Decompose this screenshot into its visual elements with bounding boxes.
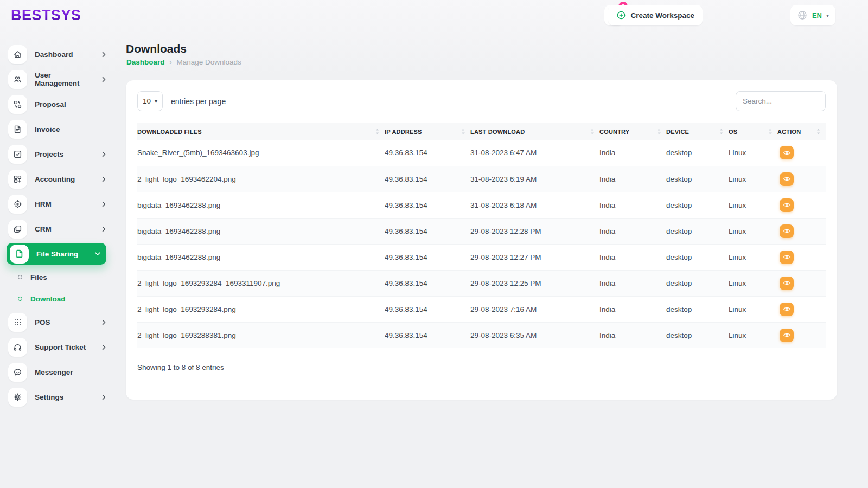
cell-country: India — [599, 140, 666, 166]
sidebar-item-dashboard[interactable]: Dashboard — [0, 42, 114, 67]
cell-last-download: 29-08-2023 6:35 AM — [470, 322, 599, 348]
sort-icon[interactable] — [719, 129, 723, 134]
table-footer-status: Showing 1 to 8 of 8 entries — [137, 363, 826, 371]
chevron-right-icon — [102, 226, 106, 232]
chevron-right-icon — [102, 319, 106, 325]
projects-icon — [8, 145, 27, 164]
sidebar-item-messenger[interactable]: Messenger — [0, 359, 114, 384]
breadcrumb-separator: › — [170, 59, 172, 66]
cell-os: Linux — [729, 322, 777, 348]
table-header-row: DOWNLOADED FILESIP ADDRESSLAST DOWNLOADC… — [137, 123, 826, 140]
cell-device: desktop — [666, 322, 729, 348]
column-header-label: COUNTRY — [599, 129, 629, 135]
sidebar-item-accounting[interactable]: Accounting — [0, 166, 114, 191]
sidebar-item-download[interactable]: Download — [0, 288, 114, 310]
hrm-icon — [8, 195, 27, 214]
sidebar-item-user-management[interactable]: User Management — [0, 67, 114, 92]
bullet-icon — [18, 297, 22, 301]
entries-per-page-value: 10 — [143, 97, 151, 105]
cell-last-download: 29-08-2023 7:16 AM — [470, 296, 599, 322]
sort-icon[interactable] — [768, 129, 772, 134]
column-header-device[interactable]: DEVICE — [666, 123, 729, 140]
column-header-label: DEVICE — [666, 129, 689, 135]
chevron-right-icon — [102, 76, 106, 82]
cell-country: India — [599, 322, 666, 348]
table-row: 2_light_logo_1693288381.png49.36.83.1542… — [137, 322, 826, 348]
sort-icon[interactable] — [657, 129, 661, 134]
cell-country: India — [599, 270, 666, 296]
view-button[interactable] — [780, 329, 794, 342]
file-icon — [10, 245, 29, 264]
table-row: bigdata_1693462288.png49.36.83.15429-08-… — [137, 218, 826, 244]
sidebar-item-pos[interactable]: POS — [0, 310, 114, 335]
sidebar-item-label: Proposal — [35, 100, 66, 108]
cell-downloaded-file: 2_light_logo_1693293284_1693311907.png — [137, 270, 385, 296]
cell-country: India — [599, 296, 666, 322]
chevron-down-icon — [95, 252, 101, 256]
column-header-last-download[interactable]: LAST DOWNLOAD — [470, 123, 599, 140]
column-header-downloaded-files[interactable]: DOWNLOADED FILES — [137, 123, 385, 140]
chevron-right-icon — [102, 201, 106, 207]
cell-os: Linux — [729, 140, 777, 166]
users-icon — [8, 70, 27, 89]
sort-icon[interactable] — [461, 129, 465, 134]
cell-downloaded-file: 2_light_logo_1693288381.png — [137, 322, 385, 348]
cell-device: desktop — [666, 192, 729, 218]
sidebar-item-label: CRM — [35, 225, 52, 233]
view-button[interactable] — [780, 198, 794, 212]
sidebar-item-files[interactable]: Files — [0, 266, 114, 288]
cell-last-download: 31-08-2023 6:18 AM — [470, 192, 599, 218]
sidebar-item-proposal[interactable]: Proposal — [0, 92, 114, 117]
search-input[interactable] — [736, 91, 826, 111]
sidebar-item-settings[interactable]: Settings — [0, 384, 114, 409]
create-workspace-button[interactable]: Create Workspace — [608, 5, 703, 25]
cell-last-download: 29-08-2023 12:25 PM — [470, 270, 599, 296]
cell-os: Linux — [729, 270, 777, 296]
column-header-label: DOWNLOADED FILES — [137, 129, 202, 135]
cell-os: Linux — [729, 192, 777, 218]
sort-icon[interactable] — [816, 129, 820, 134]
column-header-os[interactable]: OS — [729, 123, 777, 140]
view-button[interactable] — [780, 224, 794, 238]
view-button[interactable] — [780, 303, 794, 316]
sort-icon[interactable] — [375, 129, 379, 134]
chevron-down-icon: ▾ — [155, 98, 157, 104]
sidebar-item-support-ticket[interactable]: Support Ticket — [0, 335, 114, 359]
cell-ip-address: 49.36.83.154 — [385, 192, 470, 218]
sidebar-item-projects[interactable]: Projects — [0, 142, 114, 166]
home-icon — [8, 45, 27, 64]
eye-icon — [783, 202, 791, 208]
sidebar-item-file-sharing[interactable]: File Sharing — [7, 243, 106, 265]
eye-icon — [783, 306, 791, 312]
cell-action — [777, 322, 826, 348]
view-button[interactable] — [780, 251, 794, 264]
column-header-ip-address[interactable]: IP ADDRESS — [385, 123, 470, 140]
column-header-label: LAST DOWNLOAD — [470, 129, 525, 135]
sort-icon[interactable] — [590, 129, 594, 134]
sidebar-item-crm[interactable]: CRM — [0, 216, 114, 241]
column-header-country[interactable]: COUNTRY — [599, 123, 666, 140]
table-row: bigdata_1693462288.png49.36.83.15431-08-… — [137, 192, 826, 218]
breadcrumb-dashboard-link[interactable]: Dashboard — [126, 58, 165, 66]
create-workspace-label: Create Workspace — [630, 11, 694, 20]
sidebar-item-hrm[interactable]: HRM — [0, 191, 114, 216]
cell-ip-address: 49.36.83.154 — [385, 218, 470, 244]
crm-icon — [8, 220, 27, 239]
sidebar-item-invoice[interactable]: Invoice — [0, 117, 114, 142]
cell-device: desktop — [666, 166, 729, 192]
cell-os: Linux — [729, 244, 777, 270]
table-row: bigdata_1693462288.png49.36.83.15429-08-… — [137, 244, 826, 270]
view-button[interactable] — [780, 172, 794, 186]
cell-downloaded-file: Snake_River_(5mb)_1693463603.jpg — [137, 140, 385, 166]
view-button[interactable] — [780, 146, 794, 159]
cell-action — [777, 218, 826, 244]
eye-icon — [783, 150, 791, 156]
language-selector[interactable]: EN ▾ — [790, 5, 835, 25]
column-header-label: IP ADDRESS — [385, 129, 422, 135]
cell-action — [777, 270, 826, 296]
entries-per-page-select[interactable]: 10 ▾ — [137, 91, 163, 111]
view-button[interactable] — [780, 277, 794, 290]
column-header-action[interactable]: ACTION — [777, 123, 826, 140]
brand-logo[interactable]: BESTSYS — [11, 7, 81, 24]
chevron-right-icon — [102, 52, 106, 57]
